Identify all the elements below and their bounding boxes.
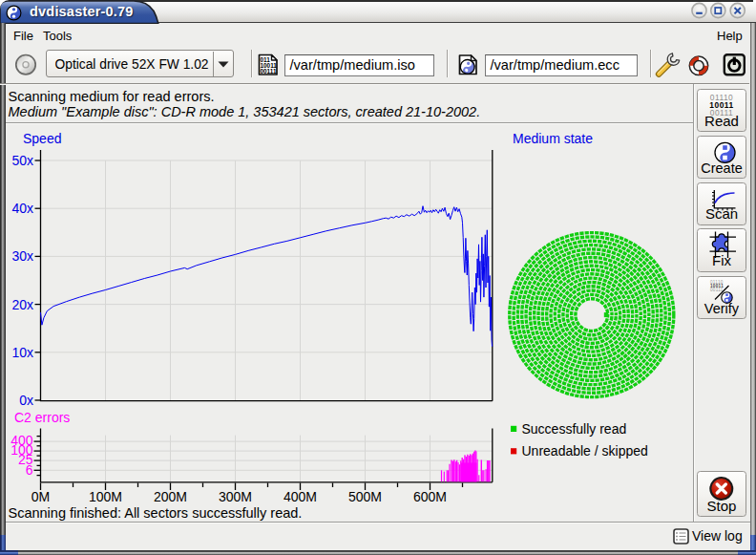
- svg-text:00111: 00111: [710, 288, 724, 292]
- svg-text:00111: 00111: [261, 68, 278, 75]
